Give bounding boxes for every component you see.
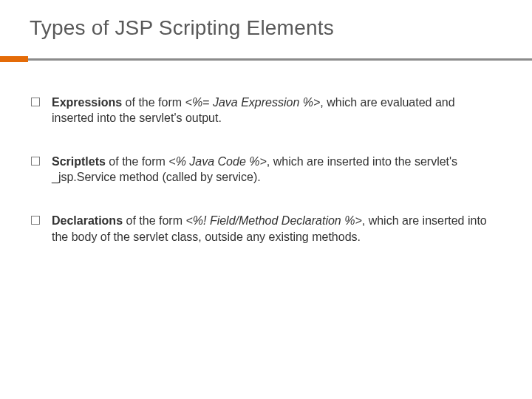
term: Scriptlets xyxy=(52,155,106,168)
bullet-list: Expressions of the form <%= Java Express… xyxy=(28,95,495,245)
divider xyxy=(0,56,532,69)
horizontal-rule xyxy=(28,58,532,61)
term: Declarations xyxy=(52,214,123,227)
code-form: <%= Java Expression %> xyxy=(185,96,321,109)
text: of the form xyxy=(122,96,185,109)
text: of the form xyxy=(106,155,168,168)
slide: Types of JSP Scripting Elements Expressi… xyxy=(0,0,532,399)
list-item: Expressions of the form <%= Java Express… xyxy=(28,95,495,126)
code-form: <% Java Code %> xyxy=(168,155,267,168)
text: of the form xyxy=(123,214,185,227)
accent-block xyxy=(0,56,28,62)
content-area: Expressions of the form <%= Java Express… xyxy=(0,69,532,245)
code-form: <%! Field/Method Declaration %> xyxy=(185,214,361,227)
list-item: Declarations of the form <%! Field/Metho… xyxy=(28,213,495,244)
slide-title: Types of JSP Scripting Elements xyxy=(0,16,532,40)
term: Expressions xyxy=(52,96,122,109)
list-item: Scriptlets of the form <% Java Code %>, … xyxy=(28,154,495,185)
